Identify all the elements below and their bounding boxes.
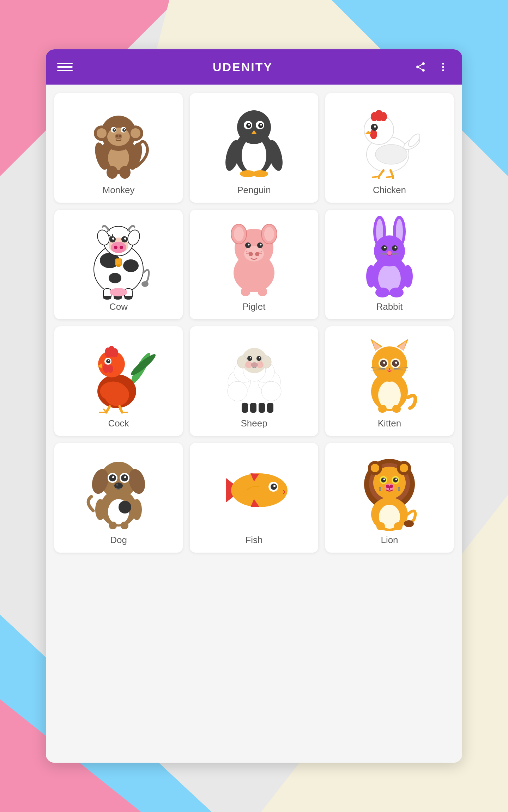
svg-point-117 [403,265,413,288]
svg-point-91 [257,242,263,248]
share-button[interactable] [413,59,428,75]
svg-point-86 [264,227,274,241]
svg-rect-76 [125,296,132,299]
svg-point-119 [389,288,404,297]
app-bar: UDENITY [46,49,462,85]
animal-card-piglet[interactable]: Piglet [190,210,318,319]
svg-point-37 [253,170,268,177]
svg-point-19 [119,135,121,137]
dots-icon [437,61,449,73]
svg-line-54 [386,177,393,177]
fish-drawing [219,451,289,529]
sheep-drawing [219,335,289,412]
animal-card-rabbit[interactable]: Rabbit [325,210,454,319]
svg-point-90 [245,242,251,248]
animal-card-fish[interactable]: Fish [190,443,318,553]
svg-point-156 [250,357,251,358]
svg-rect-159 [242,403,248,413]
svg-point-199 [95,499,105,520]
animal-card-cow[interactable]: Cow [54,210,183,319]
svg-point-15 [114,129,115,130]
svg-point-195 [124,476,126,478]
animal-card-cock[interactable]: Cock [54,326,183,436]
svg-point-230 [398,489,400,491]
svg-point-132 [106,359,110,363]
svg-point-157 [259,357,260,358]
cock-drawing [83,335,154,412]
svg-point-48 [374,125,376,128]
animal-card-chicken[interactable]: Chicken [325,93,454,203]
animal-card-lion[interactable]: Lion [325,443,454,553]
kitten-drawing [354,335,425,412]
svg-point-108 [392,245,398,251]
svg-point-23 [119,166,131,179]
animal-card-dog[interactable]: Dog [54,443,183,553]
svg-point-109 [384,246,386,248]
svg-point-17 [115,134,122,139]
dog-label: Dog [110,535,127,546]
svg-point-175 [395,362,397,364]
svg-point-127 [105,347,111,357]
svg-point-44 [371,112,378,121]
svg-point-220 [393,478,398,482]
svg-line-181 [394,370,408,370]
svg-point-229 [398,487,400,489]
svg-point-70 [124,238,126,240]
svg-point-194 [112,476,114,478]
chicken-label: Chicken [373,185,406,196]
svg-point-204 [231,473,288,507]
svg-rect-98 [241,288,250,296]
svg-point-128 [112,348,118,357]
svg-point-198 [119,501,131,513]
svg-point-93 [260,244,262,246]
svg-point-110 [395,246,397,248]
svg-point-32 [260,124,262,126]
svg-point-196 [114,482,123,489]
animal-card-sheep[interactable]: Sheep [190,326,318,436]
svg-point-133 [108,360,109,361]
svg-point-235 [404,520,414,527]
app-title: UDENITY [73,60,413,74]
svg-point-221 [383,478,385,480]
svg-rect-99 [258,288,267,296]
svg-rect-162 [267,403,273,413]
svg-point-219 [381,478,386,482]
animal-card-penguin[interactable]: Penguin [190,93,318,203]
svg-point-164 [378,381,401,409]
cock-label: Cock [108,418,129,429]
svg-point-58 [123,259,139,272]
svg-point-214 [371,464,379,472]
svg-point-31 [248,124,250,126]
svg-point-59 [109,273,121,283]
svg-point-18 [116,135,118,137]
kitten-label: Kitten [378,418,401,429]
svg-point-69 [112,238,114,240]
svg-point-79 [116,264,121,267]
svg-rect-233 [376,522,385,530]
svg-line-179 [371,370,385,370]
svg-point-154 [247,356,252,361]
svg-point-165 [372,346,407,382]
svg-point-9 [131,128,140,138]
more-options-button[interactable] [435,59,451,75]
menu-button[interactable] [57,63,73,71]
svg-point-224 [386,485,389,488]
lion-label: Lion [381,535,398,546]
monkey-drawing [83,102,154,179]
rabbit-drawing [354,218,425,296]
animal-card-kitten[interactable]: Kitten [325,326,454,436]
svg-point-45 [380,112,387,121]
svg-point-22 [107,166,118,179]
lion-drawing [354,451,425,529]
svg-point-155 [256,356,261,361]
svg-point-158 [251,362,258,367]
svg-rect-202 [121,522,128,529]
svg-point-16 [124,129,125,130]
animal-grid: Monkey [54,93,454,553]
svg-point-227 [379,487,381,489]
svg-point-197 [116,484,118,486]
svg-point-111 [387,251,392,255]
animal-card-monkey[interactable]: Monkey [54,93,183,203]
svg-point-92 [248,244,250,246]
svg-rect-234 [394,522,403,530]
